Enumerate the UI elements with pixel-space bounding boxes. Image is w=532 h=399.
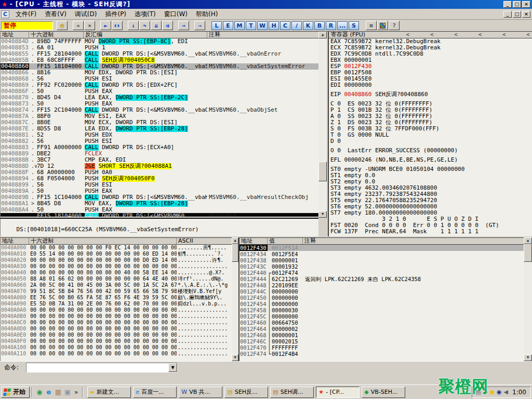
dump-row[interactable]: 0040A080EE 76 5C 00 B0 65 FA 5E 87 65 F6… [1,295,232,301]
step-over-button[interactable]: ↷ [139,21,150,30]
scroll-up-icon[interactable]: ▲ [524,237,532,244]
disassembly-headers[interactable]: 地址 十六进制 反汇编 注释 [1,32,318,38]
stack-row[interactable]: 0012F44C│00000000 [240,288,524,295]
register-line[interactable]: FCW 137F Prec NEAR,64 Mask 1 1 1 1 1 1 [329,229,532,235]
ql-messenger-icon[interactable]: ◉ [35,388,44,397]
start-button[interactable]: 开始 [1,387,30,398]
task-ollydbg-cpu[interactable]: ★- [CP... [316,387,360,398]
tray-moon-icon[interactable]: ● [489,389,495,395]
close-process-button[interactable]: × [84,21,95,30]
register-line[interactable]: FST 0020 Cond 0 0 0 0 Err 0 0 1 0 0 0 0 … [329,222,532,229]
dump-row[interactable]: 0040A05088 A8 01 66 02 00 00 00 00 00 00… [1,276,232,282]
windows-list-button[interactable]: ≡ [366,21,377,30]
disasm-scroll-thumb[interactable] [318,162,327,181]
disasm-row[interactable]: 0040888D.∨7D 12JGE SHORT SEH反调?004088A1 [1,163,318,169]
register-line[interactable]: ECX 7C859B72 kernel32.DebugBreak [329,45,532,51]
dump-row[interactable]: 0040A0C000 00 00 00 00 00 00 00 00 00 00… [1,320,232,326]
registers-collapse-arrows[interactable]: < < < < < < [406,32,530,38]
dump-row[interactable]: 0040A0F000 00 00 00 00 00 00 00 00 00 00… [1,338,232,344]
dump-row[interactable]: 0040A03000 00 00 00 00 00 00 00 00 00 00… [1,263,232,270]
dump-row[interactable]: 0040A0B000 00 00 00 00 00 00 00 00 00 00… [1,313,232,320]
mdi-close-button[interactable]: × [522,11,530,18]
dump-headers[interactable]: 地址 十六进制 ASCII [1,238,232,245]
col-header-disassembly[interactable]: 反汇编 [84,32,207,38]
toolbar-letter-E[interactable]: E [223,21,233,30]
disasm-row[interactable]: 0040888B.3BC7CMP EAX, EDI [1,157,318,163]
disasm-row[interactable]: 00408860FF15 18104000CALL DWORD PTR DS:[… [1,63,318,70]
disasm-row[interactable]: 00408883.FF91 A0000000CALL DWORD PTR DS:… [1,144,318,151]
disasm-row[interactable]: 00408882.56PUSH ESI [1,138,318,144]
toolbar-letter-C[interactable]: C [280,21,290,30]
register-line[interactable]: EDI 00000000 [329,82,532,88]
stack-scrollbar[interactable]: ▲ ▼ [524,237,532,361]
register-line[interactable]: C 0 ES 0023 32 位 0(FFFFFFFF) [329,101,532,107]
command-combobox[interactable]: ▼ [26,363,178,373]
stack-scroll-thumb[interactable] [524,244,532,262]
menu-help[interactable]: 帮助(H) [192,9,222,20]
ql-media-icon[interactable]: ▣ [63,388,72,397]
chevron-right-icon[interactable]: » [72,389,80,396]
menu-plugins[interactable]: 插件(P) [101,9,130,20]
stack-headers[interactable]: 地址 值 注释 [240,238,524,245]
disasm-row[interactable]: 00408869.FF92 FC020000CALL DWORD PTR DS:… [1,82,318,88]
disassembly-pane[interactable]: 地址 十六进制 反汇编 注释 0040884D.89BD 74FFFFFFMOV… [0,32,318,218]
disasm-row[interactable]: 00408853.6A 01PUSH 1 [1,45,318,51]
scroll-down-icon[interactable]: ▼ [232,354,238,361]
minimize-button[interactable]: _ [503,1,512,8]
register-line[interactable]: S 0 FS 003B 32 位 7FFDF000(FFF) [329,126,532,132]
stack-row[interactable]: 0012F450│00000000 [240,295,524,301]
disasm-row[interactable]: 00408855.FF15 28104000CALL DWORD PTR DS:… [1,51,318,57]
menu-window[interactable]: 窗口(W) [160,9,192,20]
register-line[interactable]: EIP 00408860 SEH反调?00408860 [329,91,532,98]
disasm-row[interactable]: 004088A4.50PUSH EAX [1,207,318,213]
disasm-scrollbar[interactable]: ▲ ▼ [318,32,327,218]
register-line[interactable]: A 0 SS 0023 32 位 0(FFFFFFFF) [329,113,532,119]
toolbar-letter-L[interactable]: L [211,21,222,30]
animate-into-button[interactable]: ⇊ [151,21,162,30]
execute-till-return-button[interactable]: → [178,21,189,30]
register-line[interactable]: ST2 empty 0.0 [329,179,532,185]
disasm-row[interactable]: 0040887E.8D55 D8LEA EDX, DWORD PTR SS:[E… [1,126,318,132]
register-line[interactable]: EAX 7C859B72 kernel32.DebugBreak [329,38,532,45]
disasm-row[interactable]: 0040884D.89BD 74FFFFFFMOV DWORD PTR SS:[… [1,38,318,45]
dump-col-hex[interactable]: 十六进制 [29,238,177,244]
disasm-row[interactable]: 0040885B.E8 68C8FFFFCALL SEH反调?004050C8 [1,57,318,63]
disasm-row[interactable]: 00408881.52PUSH EDX [1,132,318,138]
dump-row[interactable]: 0040A0D000 00 00 00 00 00 00 00 00 00 00… [1,326,232,332]
tray-volume-icon[interactable]: ◀ [504,389,508,395]
tray-keyboard-icon[interactable]: ▤ [475,389,481,395]
menu-debug[interactable]: 调试(D) [71,9,101,20]
dump-scrollbar[interactable]: ▲ ▼ [232,237,238,361]
stack-row[interactable]: 0012F454│00000000 [240,301,524,307]
stack-col-comment[interactable]: 注释 [303,238,524,244]
disasm-row[interactable]: 00408899.56PUSH ESI [1,182,318,188]
menu-options[interactable]: 选项(T) [130,9,160,20]
register-line[interactable]: P 1 CS 001B 32 位 0(FFFFFFFF) [329,107,532,113]
help-button[interactable]: ? [389,21,400,30]
disasm-row[interactable]: FF15 18104000CALL DWORD PTR DS:[<&MSVBVM… [1,213,318,217]
chevron-down-icon[interactable]: ▼ [168,363,177,372]
stack-row[interactable]: 0012F444│62C21269返回到 LPK.62C21269 来自 LPK… [240,276,524,282]
restart-button[interactable]: « [73,21,84,30]
ql-desktop-icon[interactable]: ▦ [54,388,63,397]
disasm-row[interactable]: 004088A1>8B45 D8MOV EAX, DWORD PTR SS:[E… [1,201,318,207]
stack-pane[interactable]: 地址 值 注释 0012F430 0012F5140012F434 0012F5… [238,237,524,361]
register-line[interactable]: ST7 empty 180.00000000000000000 [329,210,532,216]
disasm-row[interactable]: 00408868.56PUSH ESI [1,76,318,82]
animate-over-button[interactable]: ⇉ [162,21,173,30]
stack-row[interactable]: 0012F474└0012F4B4 [240,351,524,357]
register-line[interactable]: ESI 001455E0 [329,76,532,82]
dump-row[interactable]: 0040A04000 00 00 00 00 00 00 00 00 00 40… [1,270,232,276]
menu-view[interactable]: 查看(V) [41,9,71,20]
menu-file[interactable]: 文件(F) [11,9,41,20]
register-line[interactable]: ST4 empty 23237.792387543244800 [329,191,532,197]
toolbar-letter-M[interactable]: M [234,21,245,30]
open-file-button[interactable]: ▤ [57,21,68,30]
disasm-row[interactable]: 00408870.8D45 D4LEA EAX, DWORD PTR SS:[E… [1,95,318,101]
step-into-button[interactable]: ↓ [128,21,139,30]
go-to-address-button[interactable]: ⇒ [194,21,205,30]
register-line[interactable]: ESP 0012F430 [329,63,532,70]
scroll-down-icon[interactable]: ▼ [524,354,532,361]
stack-row[interactable]: 0012F430 0012F514 [240,245,524,251]
task-new-folder[interactable]: ▰新建文... [87,387,131,398]
